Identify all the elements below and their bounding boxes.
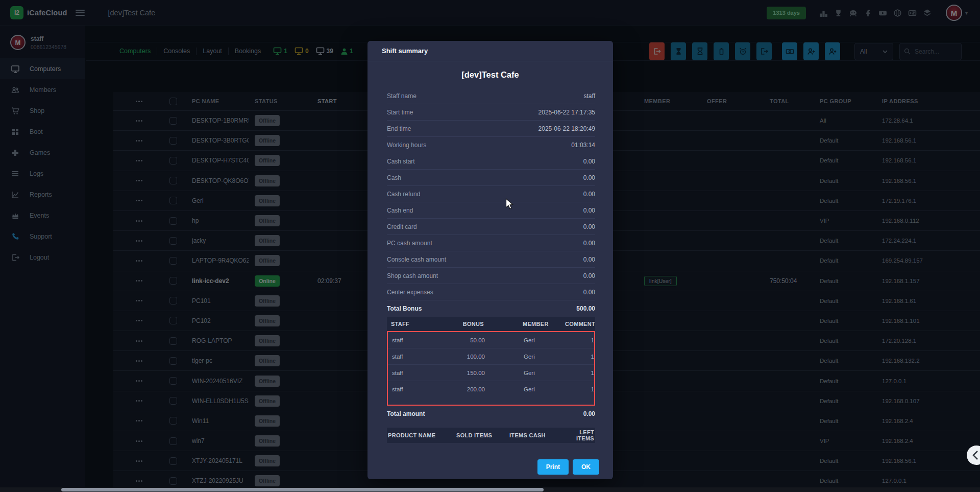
summary-value: 2025-06-22 17:17:35 [538,109,595,116]
summary-label: Cash [387,174,401,181]
summary-row: Total Bonus 500.00 [387,300,595,317]
total-amount-row: Total amount 0.00 [387,406,595,422]
summary-row: Cash refund 0.00 [387,186,595,202]
bonus-row: staff 200.00 Geri 1 [388,381,594,397]
bonus-staff: staff [388,337,438,343]
total-amount-value: 0.00 [583,410,595,417]
summary-label: Cash refund [387,191,420,198]
summary-row: Credit card 0.00 [387,219,595,235]
summary-row: Start time 2025-06-22 17:17:35 [387,104,595,121]
summary-row: End time 2025-06-22 18:20:49 [387,121,595,137]
summary-label: Staff name [387,92,416,100]
bonus-member: Geri [485,337,545,343]
screen: i2 iCafeCloud [dev]Test Cafe 1313 days M… [0,0,980,492]
bonus-comment: 1 [545,337,594,343]
modal-actions: Print OK [368,459,613,475]
total-amount-label: Total amount [387,410,425,417]
summary-label: Start time [387,109,413,116]
summary-value: 0.00 [583,191,595,198]
bonus-row: staff 150.00 Geri 1 [388,365,594,381]
summary-value: 0.00 [583,174,595,181]
shift-summary-modal: Shift summary [dev]Test Cafe Staff name … [368,41,613,479]
summary-label: Working hours [387,142,426,149]
summary-value: 0.00 [583,240,595,247]
column-header: ITEMS CASH [509,432,571,438]
cafe-name: [dev]Test Cafe [368,61,613,88]
bonus-comment: 1 [545,370,594,376]
column-header: STAFF [387,321,437,327]
summary-value: 0.00 [583,272,595,279]
summary-label: Total Bonus [387,305,422,312]
column-header: PRODUCT NAME [388,432,456,438]
bonus-amount: 100.00 [438,354,485,360]
summary-value: 0.00 [583,289,595,296]
summary-row: Cash start 0.00 [387,153,595,170]
bonus-member: Geri [485,354,545,360]
modal-title: Shift summary [368,41,613,61]
summary-value: 0.00 [583,256,595,263]
bonus-row: staff 100.00 Geri 1 [388,348,594,365]
summary-label: Cash start [387,158,415,165]
bonus-comment: 1 [545,386,594,392]
summary-value: 2025-06-22 18:20:49 [538,125,595,132]
summary-rows: Staff name staff Start time 2025-06-22 1… [368,88,613,317]
bonus-row: staff 50.00 Geri 1 [388,332,594,348]
summary-value: 500.00 [576,305,595,312]
summary-label: End time [387,125,411,132]
bonus-staff: staff [388,386,438,392]
chevron-left-icon [967,446,980,465]
column-header: LEFT ITEMS [571,429,594,441]
summary-row: Shop cash amount 0.00 [387,268,595,284]
bonus-amount: 50.00 [438,337,485,343]
scrollbar-thumb[interactable] [61,488,544,491]
bonus-table: STAFF BONUS MEMBER COMMENT staff 50.00 G… [387,317,595,406]
summary-row: PC cash amount 0.00 [387,235,595,251]
ok-button[interactable]: OK [573,459,599,475]
summary-label: PC cash amount [387,240,432,247]
summary-value: 01:03:14 [571,142,595,149]
print-button[interactable]: Print [537,459,569,475]
bonus-amount: 200.00 [438,386,485,392]
product-table-header: PRODUCT NAME SOLD ITEMS ITEMS CASH LEFT … [387,428,595,443]
bonus-table-body-highlighted: staff 50.00 Geri 1 staff 100.00 Geri 1 s… [387,331,595,406]
bonus-comment: 1 [545,354,594,360]
bonus-member: Geri [485,370,545,376]
bonus-amount: 150.00 [438,370,485,376]
summary-label: Credit card [387,223,417,230]
bonus-staff: staff [388,370,438,376]
bonus-table-header: STAFF BONUS MEMBER COMMENT [387,317,595,331]
side-panel-toggle-button[interactable] [967,446,980,465]
summary-row: Cash 0.00 [387,170,595,186]
bonus-member: Geri [485,386,545,392]
summary-label: Center expenses [387,289,433,296]
summary-row: Working hours 01:03:14 [387,137,595,153]
summary-label: Cash end [387,207,413,214]
summary-label: Console cash amount [387,256,446,263]
summary-value: 0.00 [583,223,595,230]
summary-row: Cash end 0.00 [387,202,595,219]
column-header: SOLD ITEMS [456,432,509,438]
summary-value: staff [584,92,595,100]
horizontal-scrollbar [0,487,980,492]
column-header: COMMENT [544,321,595,327]
summary-row: Center expenses 0.00 [387,284,595,300]
summary-row: Console cash amount 0.00 [387,251,595,268]
summary-label: Shop cash amount [387,272,438,279]
summary-row: Staff name staff [387,88,595,104]
column-header: BONUS [437,321,484,327]
bonus-staff: staff [388,354,438,360]
column-header: MEMBER [484,321,544,327]
summary-value: 0.00 [583,207,595,214]
summary-value: 0.00 [583,158,595,165]
